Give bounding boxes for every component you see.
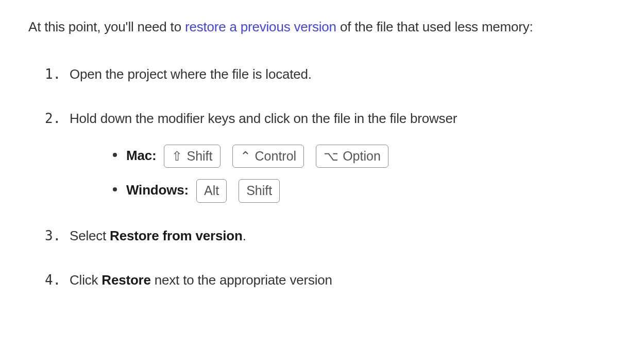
key-control-text: Control <box>255 147 297 166</box>
platform-windows: Windows: Alt Shift <box>126 179 616 203</box>
key-shift-win: Shift <box>239 179 280 203</box>
intro-paragraph: At this point, you'll need to restore a … <box>28 15 616 38</box>
step-4-bold: Restore <box>101 272 150 288</box>
platform-list: Mac: ⇧Shift ⌃Control ⌥Option Windows: Al… <box>70 145 616 203</box>
step-3: Select Restore from version. <box>70 224 616 247</box>
mac-label: Mac: <box>126 147 156 163</box>
step-1: Open the project where the file is locat… <box>70 63 616 85</box>
control-symbol-icon: ⌃ <box>240 147 251 166</box>
intro-before: At this point, you'll need to <box>28 19 185 34</box>
intro-after: of the file that used less memory: <box>336 19 533 34</box>
restore-previous-version-link[interactable]: restore a previous version <box>185 19 336 34</box>
shift-symbol-icon: ⇧ <box>172 147 182 166</box>
option-symbol-icon: ⌥ <box>324 147 338 166</box>
step-2-text: Hold down the modifier keys and click on… <box>70 111 457 126</box>
key-shift-text: Shift <box>187 147 212 166</box>
step-4: Click Restore next to the appropriate ve… <box>70 269 616 291</box>
step-3-before: Select <box>70 228 110 243</box>
key-alt-win: Alt <box>196 179 227 203</box>
key-shift-win-text: Shift <box>246 181 272 201</box>
key-control-mac: ⌃Control <box>232 145 304 168</box>
step-1-text: Open the project where the file is locat… <box>70 66 312 82</box>
key-alt-text: Alt <box>204 181 219 201</box>
step-4-after: next to the appropriate version <box>151 272 332 288</box>
step-3-bold: Restore from version <box>110 228 243 243</box>
step-4-before: Click <box>70 272 101 288</box>
steps-list: Open the project where the file is locat… <box>28 63 616 291</box>
key-option-mac: ⌥Option <box>316 145 388 168</box>
platform-mac: Mac: ⇧Shift ⌃Control ⌥Option <box>126 145 616 168</box>
key-shift-mac: ⇧Shift <box>164 145 220 168</box>
step-2: Hold down the modifier keys and click on… <box>70 107 616 202</box>
step-3-after: . <box>243 228 246 243</box>
windows-label: Windows: <box>126 182 189 198</box>
key-option-text: Option <box>343 147 381 166</box>
